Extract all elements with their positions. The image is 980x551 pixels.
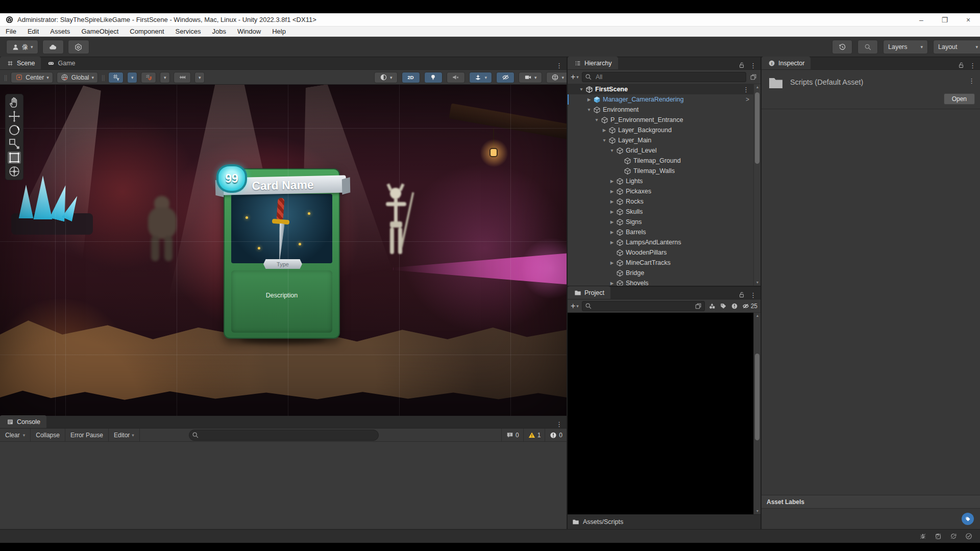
close-button[interactable]: × [957,13,980,26]
tree-row[interactable]: ▶Shovels [568,278,761,286]
project-search-input[interactable] [594,302,693,310]
filter-type-icon[interactable] [708,302,716,310]
gizmos-toggle-button[interactable]: ▾ [546,72,570,83]
console-clear-button[interactable]: Clear▾ [0,429,31,441]
menu-jobs[interactable]: Jobs [206,28,231,35]
console-badge-bubble-info[interactable]: 0 [501,429,523,441]
open-button[interactable]: Open [944,93,975,105]
tree-row[interactable]: ▶Lights [568,176,761,186]
tool-handle-rotation-dropdown[interactable]: Global ▾ [57,72,98,83]
tab-game[interactable]: Game [41,57,81,69]
hierarchy-search[interactable] [582,72,746,82]
layers-dropdown[interactable]: Layers ▾ [883,40,928,54]
menu-component[interactable]: Component [124,28,169,35]
tab-inspector[interactable]: i Inspector [762,57,811,69]
grid-snap-toggle[interactable]: Y [108,72,124,83]
grid-visual-dropdown[interactable]: ▾ [194,72,205,83]
console-log-area[interactable] [0,442,567,529]
menu-help[interactable]: Help [266,28,291,35]
tree-row[interactable]: ▼Layer_Main [568,135,761,145]
foldout-arrow[interactable]: ▼ [593,117,600,122]
kebab-icon[interactable]: ⋮ [556,62,562,69]
tree-row[interactable]: Tilemap_Walls [568,166,761,176]
console-badge-warn-tri[interactable]: 1 [523,429,545,441]
foldout-arrow[interactable]: ▶ [608,219,616,224]
refresh-off-icon[interactable] [947,530,960,542]
foldout-arrow[interactable]: ▶ [608,179,616,184]
minimize-button[interactable]: – [910,13,933,26]
console-search[interactable] [189,430,379,441]
menu-file[interactable]: File [0,28,22,35]
hierarchy-search-input[interactable] [595,73,743,81]
tab-console[interactable]: Console [0,415,46,428]
search-button[interactable] [857,40,878,54]
move-tool[interactable] [8,110,21,122]
lock-icon[interactable] [738,291,746,299]
2d-toggle-button[interactable]: 2D [402,72,420,83]
transform-tool[interactable] [8,165,21,178]
menu-assets[interactable]: Assets [44,28,76,35]
menu-edit[interactable]: Edit [22,28,44,35]
import-log-icon[interactable] [730,302,739,310]
hierarchy-create-dropdown[interactable]: +▾ [571,72,579,82]
asset-labels-header[interactable]: Asset Labels [762,495,980,509]
add-label-button[interactable] [962,513,974,525]
menu-services[interactable]: Services [170,28,207,35]
tree-row[interactable]: ▶Manager_CameraRendering> [568,94,761,105]
project-search[interactable] [582,301,705,311]
filter-label-icon[interactable] [719,302,727,310]
lighting-toggle-button[interactable] [424,72,443,83]
layout-dropdown[interactable]: Layout ▾ [933,40,980,54]
console-error-pause-button[interactable]: Error Pause [65,429,109,441]
console-badge-error-circle[interactable]: 0 [545,429,567,441]
foldout-arrow[interactable]: ▶ [585,97,593,102]
scene-viewport[interactable]: Card Name Type Description 99 [0,85,567,416]
bug-off-icon[interactable] [917,530,929,542]
project-create-dropdown[interactable]: +▾ [571,302,579,311]
snap-increment-dropdown[interactable]: ▾ [160,72,170,83]
undo-history-button[interactable] [832,40,852,54]
foldout-arrow[interactable]: ▶ [608,260,616,265]
check-circle-icon[interactable] [963,530,975,542]
tree-row[interactable]: ▶Skulls [568,207,761,217]
tab-scene[interactable]: Scene [0,57,41,69]
hierarchy-scrollbar[interactable]: ▲ ▼ [753,84,761,286]
camera-view-button[interactable]: ▾ [519,72,542,83]
tab-project[interactable]: Project [568,286,610,299]
tree-row[interactable]: ▶LampsAndLanterns [568,237,761,247]
project-scrollbar[interactable]: ▲ ▼ [753,313,761,514]
new-window-icon[interactable] [695,302,702,310]
account-dropdown[interactable]: 像 ▾ [6,40,38,54]
tree-row[interactable]: ▶Rocks [568,196,761,207]
tree-row[interactable]: ▼FirstScene⋮ [568,84,761,94]
game-card[interactable]: Card Name Type Description 99 [224,168,340,339]
restore-button[interactable]: ❐ [933,13,957,26]
tool-handle-pivot-dropdown[interactable]: Center ▾ [11,72,53,83]
foldout-arrow[interactable]: ▶ [608,230,616,235]
lock-icon[interactable] [957,61,965,69]
tree-row[interactable]: ▶Layer_Background [568,125,761,135]
tab-hierarchy[interactable]: Hierarchy [568,57,618,69]
foldout-arrow[interactable]: ▼ [578,87,585,92]
tree-row[interactable]: ▶Barrels [568,227,761,237]
tree-row[interactable]: ▼Grid_Level [568,145,761,156]
kebab-icon[interactable]: ⋮ [750,291,756,299]
new-window-icon[interactable] [749,73,757,81]
tree-row[interactable]: ▶Pickaxes [568,186,761,196]
foldout-arrow[interactable]: ▼ [585,107,593,112]
kebab-icon[interactable]: ⋮ [750,62,756,69]
grid-snap-dropdown[interactable]: ▾ [127,72,137,83]
hidden-objects-toggle-button[interactable] [496,72,514,83]
foldout-arrow[interactable]: ▶ [608,240,616,245]
console-search-input[interactable] [202,431,376,439]
kebab-icon[interactable]: ⋮ [968,77,975,85]
tree-row[interactable]: ▼P_Environment_Entrance [568,115,761,125]
lock-icon[interactable] [738,61,746,69]
effects-toggle-button[interactable]: ▾ [469,72,493,83]
foldout-arrow[interactable]: ▼ [601,138,608,143]
tree-row[interactable]: Tilemap_Ground [568,156,761,166]
foldout-arrow[interactable]: ▶ [601,128,608,133]
hand-tool[interactable] [8,96,21,109]
kebab-icon[interactable]: ⋮ [969,62,976,69]
tree-row[interactable]: ▶MineCartTracks [568,258,761,268]
